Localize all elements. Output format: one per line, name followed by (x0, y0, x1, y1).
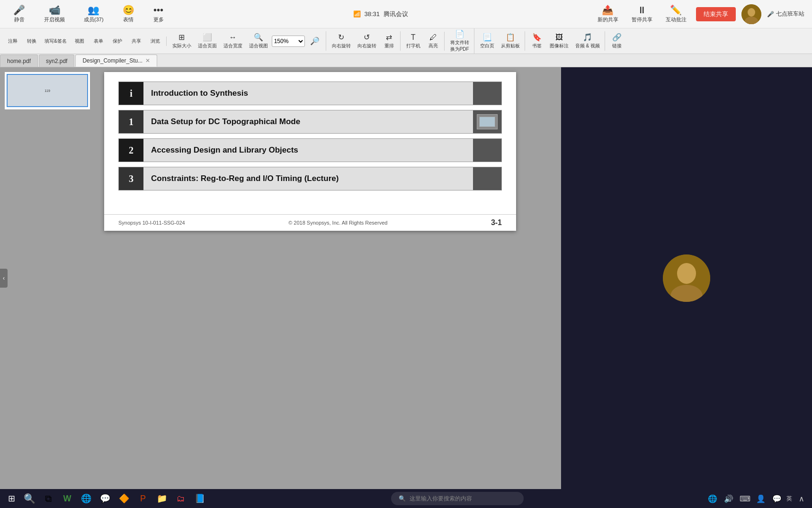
fit-page-btn[interactable]: ⬜ 适合页面 (195, 31, 220, 51)
meeting-name: 腾讯会议 (384, 10, 408, 18)
thumb-inner-1 (477, 114, 498, 129)
tabs-bar: home.pdf syn2.pdf Design_Compiler_Stu...… (0, 54, 812, 67)
video-placeholder (561, 67, 812, 489)
pdf-toolbar: 注释 转换 填写&签名 视图 表单 保护 共享 浏览 ⊞ 实际大小 ⬜ (0, 28, 812, 54)
convert-pdf-btn[interactable]: 📄 将文件转换为PDF (447, 28, 472, 54)
zoom-in-btn[interactable]: 🔎 (306, 35, 324, 47)
taskbar-app-reader[interactable]: 📘 (191, 490, 208, 507)
highlight-btn[interactable]: 🖊 高亮 (424, 32, 442, 51)
chat-icon: 😊 (123, 5, 134, 15)
toolbar-group-link: 🔗 链接 (606, 31, 628, 51)
members-button[interactable]: 👥 成员(37) (80, 3, 107, 25)
annotate-button[interactable]: ✏️ 互动批注 (662, 3, 690, 25)
taskbar-app-wechat[interactable]: 💬 (97, 490, 114, 507)
toolbar-group-annotate: T 打字机 🖊 高亮 (402, 32, 445, 51)
slide-item-2[interactable]: 2 Accessing Design and Library Objects (118, 138, 502, 162)
toolbar-share-btn[interactable]: 共享 (127, 36, 145, 46)
taskbar-app-ppt[interactable]: P (134, 490, 152, 507)
new-share-icon: 📤 (602, 5, 614, 15)
toolbar-protect-btn[interactable]: 保护 (108, 36, 126, 46)
tencent-meeting-toolbar: 🎤 静音 📹 开启视频 👥 成员(37) 😊 表情 ••• 更多 📶 38:31… (0, 0, 812, 28)
slide-item-3[interactable]: 3 Constraints: Reg-to-Reg and I/O Timing… (118, 167, 502, 190)
toolbar-browse-btn[interactable]: 浏览 (146, 36, 164, 46)
zoom-select[interactable]: 150% 100% 75% 200% (272, 36, 305, 47)
slide-item-1[interactable]: 1 Data Setup for DC Topographical Mode (118, 110, 502, 134)
bookmark-btn[interactable]: 🔖 书签 (528, 31, 546, 51)
audio-video-btn[interactable]: 🎵 音频 & 视频 (572, 31, 603, 51)
new-share-button[interactable]: 📤 新的共享 (594, 3, 622, 25)
mic-icon: 🎤 (767, 11, 774, 18)
user-avatar (741, 4, 761, 24)
toolbar-view-btn[interactable]: 视图 (71, 36, 89, 46)
reorder-btn[interactable]: ⇄ 重排 (380, 31, 398, 51)
tab-home-pdf[interactable]: home.pdf (0, 54, 38, 67)
more-button[interactable]: ••• 更多 (150, 3, 168, 25)
tray-arrow-icon[interactable]: ∧ (795, 492, 808, 505)
thumb-item[interactable]: 119 (5, 72, 90, 109)
toolbar-form-btn[interactable]: 表单 (89, 36, 107, 46)
slide-thumb-none-3 (473, 167, 501, 190)
chat-button[interactable]: 😊 表情 (119, 3, 138, 25)
toolbar-annotation-btn[interactable]: 注释 (4, 36, 22, 46)
rotate-right-btn[interactable]: ↻ 向右旋转 (329, 31, 354, 51)
slide-title-2: Accessing Design and Library Objects (143, 139, 473, 162)
tray-keyboard-icon[interactable]: ⌨ (738, 492, 751, 505)
search-icon: 🔍 (399, 495, 406, 502)
mute-button[interactable]: 🎤 静音 (9, 3, 29, 25)
toolbar-fillsign-btn[interactable]: 填写&签名 (42, 36, 70, 46)
fit-view-btn[interactable]: 🔍 适合视图 (246, 31, 271, 51)
taskbar: ⊞ 🔍 ⧉ W 🌐 💬 🔶 P 📁 🗂 📘 🔍 这里输入你要搜索的内容 🌐 🔊 … (0, 489, 812, 508)
taskbar-app-files[interactable]: 📁 (153, 490, 170, 507)
actual-size-btn[interactable]: ⊞ 实际大小 (170, 31, 194, 51)
start-button[interactable]: ⊞ (4, 491, 19, 506)
tray-volume-icon[interactable]: 🔊 (722, 492, 735, 505)
taskbar-app-unknown2[interactable]: 🗂 (172, 490, 189, 507)
taskbar-system-tray: 🌐 🔊 ⌨ 👤 💬 英 ∧ (706, 492, 808, 505)
page-content: i Introduction to Synthesis 1 Data Setup… (104, 72, 516, 209)
image-mark-btn[interactable]: 🖼 图像标注 (547, 32, 571, 51)
tab-design-compiler[interactable]: Design_Compiler_Stu... ✕ (75, 54, 157, 67)
user-name: 七点班车站 (776, 10, 804, 18)
new-share-label: 新的共享 (598, 16, 618, 23)
pause-share-button[interactable]: ⏸ 暂停共享 (628, 3, 656, 25)
tray-user-icon[interactable]: 👤 (754, 492, 767, 505)
fit-width-btn[interactable]: ↔ 适合宽度 (221, 32, 245, 51)
tab-home-pdf-label: home.pdf (7, 58, 31, 64)
tab-syn2-pdf[interactable]: syn2.pdf (39, 54, 74, 67)
slide-number-3: 3 (119, 167, 143, 190)
toolbar-transform-btn[interactable]: 转换 (23, 36, 41, 46)
mute-icon: 🎤 (13, 5, 25, 15)
tray-chat-icon[interactable]: 💬 (770, 492, 784, 505)
mute-label: 静音 (14, 16, 25, 23)
from-clipboard-btn[interactable]: 📋 从剪贴板 (498, 31, 523, 51)
taskbar-search-btn[interactable]: 🔍 (21, 490, 38, 507)
end-share-button[interactable]: 结束共享 (696, 7, 736, 21)
video-button[interactable]: 📹 开启视频 (40, 3, 69, 25)
taskbar-app-unknown1[interactable]: 🔶 (116, 490, 133, 507)
taskbar-task-view-btn[interactable]: ⧉ (40, 490, 57, 507)
slide-thumb-none (473, 82, 501, 105)
video-area (561, 67, 812, 489)
taskbar-app-wps[interactable]: W (59, 490, 76, 507)
link-btn[interactable]: 🔗 链接 (608, 31, 626, 51)
rotate-left-btn[interactable]: ↺ 向右旋转 (355, 31, 379, 51)
footer-page-number: 3-1 (491, 218, 502, 227)
svg-point-1 (748, 8, 755, 17)
tray-network-icon[interactable]: 🌐 (706, 492, 719, 505)
tab-close-icon[interactable]: ✕ (145, 57, 150, 64)
annotate-icon: ✏️ (670, 5, 682, 15)
pause-icon: ⏸ (637, 5, 647, 15)
blank-page-btn[interactable]: 📃 空白页 (477, 31, 497, 51)
typewriter-btn[interactable]: T 打字机 (403, 32, 423, 51)
thumb-screen-1 (479, 117, 495, 127)
taskbar-search-box[interactable]: 🔍 这里输入你要搜索的内容 (391, 492, 524, 505)
tray-language[interactable]: 英 (786, 495, 792, 503)
taskbar-center: 🔍 这里输入你要搜索的内容 (210, 492, 704, 505)
slide-item-intro[interactable]: i Introduction to Synthesis (118, 82, 502, 105)
sidebar-toggle[interactable]: ‹ (0, 269, 8, 288)
taskbar-app-browser[interactable]: 🌐 (78, 490, 95, 507)
chat-label: 表情 (123, 16, 134, 23)
slide-thumb-1 (473, 110, 501, 133)
toolbar-group-menu: 注释 转换 填写&签名 视图 表单 保护 共享 浏览 (2, 36, 167, 46)
toolbar-group-rotate: ↻ 向右旋转 ↺ 向右旋转 ⇄ 重排 (327, 31, 401, 51)
